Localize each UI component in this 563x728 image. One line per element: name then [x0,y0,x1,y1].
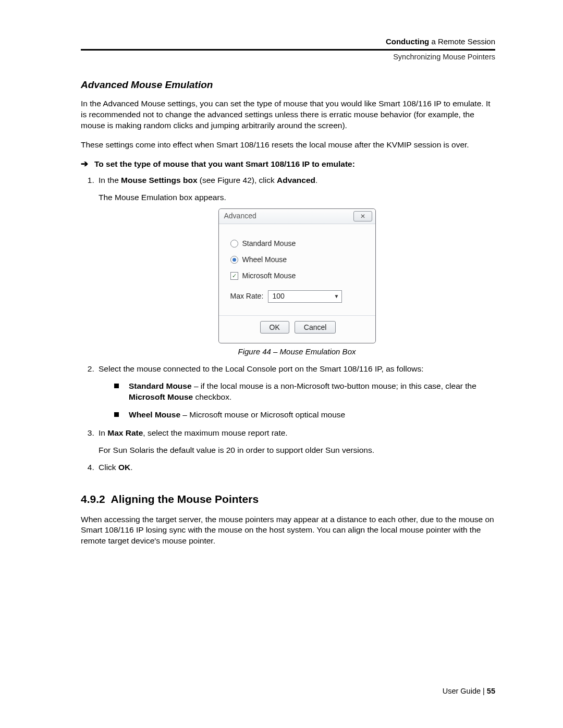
dialog-divider [219,315,375,316]
sub-wheel-mouse: Wheel Mouse – Microsoft mouse or Microso… [114,410,495,421]
step-2-text: Select the mouse connected to the Local … [99,364,424,373]
section-title-text: Aligning the Mouse Pointers [111,493,259,505]
dialog-titlebar: Advanced ✕ [219,209,375,224]
option-microsoft-mouse[interactable]: ✓ Microsoft Mouse [230,271,366,281]
section-title-aligning-mouse-pointers: 4.9.2 Aligning the Mouse Pointers [81,492,495,507]
step-3: In Max Rate, select the maximum mouse re… [96,428,495,456]
sub-standard-mouse: Standard Mouse – if the local mouse is a… [114,381,495,403]
section-number: 4.9.2 [81,493,105,505]
header-rule [81,49,495,51]
header-subline: Synchronizing Mouse Pointers [81,52,495,63]
step-1: In the Mouse Settings box (see Figure 42… [96,175,495,357]
page-number: 55 [487,687,495,695]
checkbox-checked-icon: ✓ [230,272,238,280]
footer: User Guide | 55 [443,686,495,697]
para-intro-1: In the Advanced Mouse settings, you can … [81,98,495,131]
option-standard-mouse[interactable]: Standard Mouse [230,239,366,249]
figure-caption: Figure 44 – Mouse Emulation Box [99,347,495,357]
step-3-sub: For Sun Solaris the default value is 20 … [99,445,495,456]
step-2: Select the mouse connected to the Local … [96,364,495,421]
para-aligning: When accessing the target server, the mo… [81,514,495,547]
max-rate-select[interactable]: 100 ▼ [268,290,342,303]
radio-icon [230,240,238,248]
arrow-icon: ➔ [81,159,94,169]
breadcrumb-rest: a Remote Session [429,37,495,46]
chevron-down-icon: ▼ [334,293,339,300]
step-4-text: Click OK. [99,463,132,472]
step-3-text: In Max Rate, select the maximum mouse re… [99,428,288,437]
step-1-sub: The Mouse Emulation box appears. [99,192,495,203]
option-wheel-mouse[interactable]: Wheel Mouse [230,255,366,265]
advanced-dialog: Advanced ✕ Standard Mouse Wheel Mouse [218,208,376,344]
dialog-wrap: Advanced ✕ Standard Mouse Wheel Mouse [99,208,495,344]
option-label: Standard Mouse [242,239,296,249]
step-2-sublist: Standard Mouse – if the local mouse is a… [99,381,495,421]
footer-label: User Guide | [443,687,487,695]
close-icon: ✕ [360,212,365,220]
option-label: Microsoft Mouse [242,271,296,281]
cancel-button[interactable]: Cancel [295,321,336,334]
breadcrumb-bold: Conducting [386,37,429,46]
para-intro-2: These settings come into effect when Sma… [81,140,495,151]
radio-selected-icon [230,256,238,264]
section-title-advanced-mouse-emulation: Advanced Mouse Emulation [81,78,495,92]
ok-button[interactable]: OK [260,321,289,334]
max-rate-label: Max Rate: [230,291,268,301]
steps-list: In the Mouse Settings box (see Figure 42… [81,175,495,473]
header-right: Conducting a Remote Session [81,36,495,47]
procedure-title: To set the type of mouse that you want S… [94,159,495,170]
procedure-lead: ➔ To set the type of mouse that you want… [81,159,495,170]
max-rate-row: Max Rate: 100 ▼ [230,290,366,303]
dialog-title: Advanced [224,211,256,221]
dialog-buttons: OK Cancel [230,321,366,336]
option-label: Wheel Mouse [242,255,287,265]
close-button[interactable]: ✕ [353,211,372,221]
page: Conducting a Remote Session Synchronizin… [0,0,563,728]
dialog-body: Standard Mouse Wheel Mouse ✓ Microsoft M… [219,224,375,343]
max-rate-value: 100 [273,291,285,301]
breadcrumb: Conducting a Remote Session [81,36,495,47]
step-4: Click OK. [96,462,495,473]
step-1-text: In the Mouse Settings box (see Figure 42… [99,176,317,184]
